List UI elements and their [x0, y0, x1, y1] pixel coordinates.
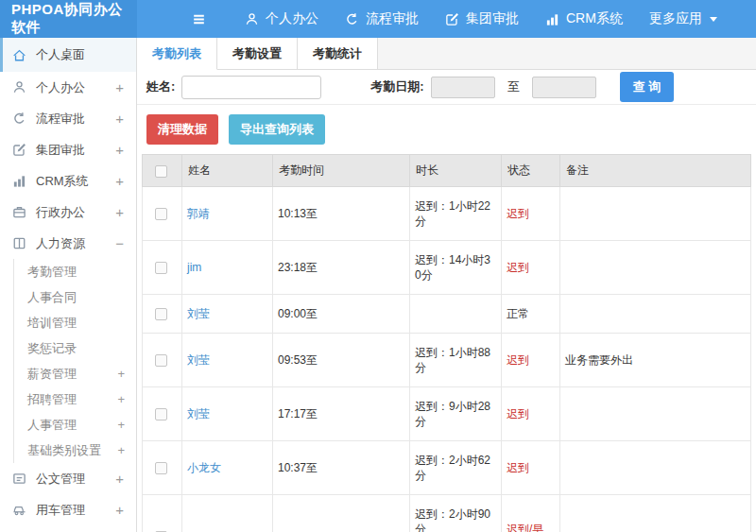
sidebar-subitem-label: 奖惩记录 — [27, 340, 77, 357]
sidebar-item-vehicle-management[interactable]: 用车管理+ — [0, 494, 136, 525]
export-list-button[interactable]: 导出查询列表 — [229, 114, 325, 145]
top-nav-label: 更多应用 — [649, 10, 702, 27]
sidebar-item-document-management[interactable]: 公文管理+ — [0, 463, 136, 494]
expand-icon[interactable]: + — [117, 368, 125, 380]
home-icon — [12, 48, 27, 62]
remark-cell — [560, 295, 751, 334]
top-nav-label: CRM系统 — [566, 10, 623, 27]
top-nav-item-personal-office[interactable]: 个人办公 — [232, 0, 332, 38]
select-all-checkbox[interactable] — [155, 165, 167, 178]
row-select-cell — [143, 441, 182, 495]
name-link[interactable]: 小龙女 — [187, 461, 221, 474]
expand-icon[interactable]: + — [117, 393, 125, 405]
expand-icon[interactable]: + — [115, 205, 124, 219]
tab-attendance-list[interactable]: 考勤列表 — [137, 38, 217, 70]
name-link[interactable]: 刘莹 — [187, 353, 210, 367]
name-link[interactable]: 刘莹 — [187, 307, 210, 320]
sidebar-subitem-hr-contract[interactable]: 人事合同 — [14, 284, 136, 310]
sidebar-subitem-reward-punishment-record[interactable]: 奖惩记录 — [14, 335, 136, 361]
row-select-cell — [143, 241, 182, 295]
table-row: 刘莹09:53至迟到：1小时88分迟到业务需要外出 — [143, 334, 751, 387]
expand-icon[interactable]: + — [115, 80, 124, 94]
tab-attendance-stats[interactable]: 考勤统计 — [298, 38, 378, 70]
expand-icon[interactable]: + — [115, 472, 124, 486]
sidebar-item-label: 公文管理 — [36, 471, 85, 488]
tab-bar: 考勤列表考勤设置考勤统计 — [137, 38, 756, 70]
sidebar-item-human-resources[interactable]: 人力资源− — [0, 228, 136, 259]
sidebar-item-label: 用车管理 — [36, 502, 85, 519]
menu-toggle-icon[interactable] — [186, 0, 211, 38]
tab-attendance-settings[interactable]: 考勤设置 — [217, 38, 298, 70]
duration-line: 迟到：2小时90分 — [415, 506, 496, 532]
name-cell: jim — [182, 241, 273, 295]
name-link[interactable]: 郭靖 — [187, 207, 210, 220]
clean-data-button[interactable]: 清理数据 — [146, 114, 218, 145]
name-cell: 小龙女 — [182, 441, 273, 495]
date-to-input[interactable] — [532, 77, 596, 98]
duration-cell: 迟到：9小时28分 — [410, 387, 502, 441]
status-cell: 迟到 — [502, 187, 560, 241]
sidebar-subitem-training-management[interactable]: 培训管理 — [14, 310, 136, 335]
time-cell: 09:53至 — [273, 334, 410, 387]
briefcase-icon — [12, 205, 27, 219]
search-button[interactable]: 查 询 — [620, 72, 675, 102]
chart-icon — [12, 174, 27, 188]
expand-icon[interactable]: + — [117, 444, 125, 456]
remark-cell — [560, 387, 751, 441]
row-checkbox[interactable] — [155, 308, 167, 320]
user-icon — [12, 80, 27, 94]
sidebar-item-group-approval[interactable]: 集团审批+ — [0, 134, 136, 165]
sidebar-item-personal-office[interactable]: 个人办公+ — [0, 72, 136, 103]
top-nav-item-crm-system[interactable]: CRM系统 — [532, 0, 636, 38]
row-checkbox[interactable] — [155, 462, 167, 474]
row-checkbox[interactable] — [155, 354, 167, 367]
row-checkbox[interactable] — [155, 208, 167, 220]
row-select-cell — [143, 495, 182, 532]
process-icon — [12, 112, 27, 126]
expand-icon[interactable]: + — [115, 503, 124, 517]
table-row: 小龙女10:37至迟到：2小时62分迟到 — [143, 441, 751, 495]
name-input[interactable] — [181, 76, 321, 99]
sidebar-subitem-attendance-management[interactable]: 考勤管理 — [14, 259, 136, 284]
sidebar-subitem-label: 基础类别设置 — [27, 442, 101, 459]
sidebar-item-label: 行政办公 — [36, 204, 85, 221]
sidebar-item-admin-office[interactable]: 行政办公+ — [0, 197, 136, 228]
sidebar-subitem-label: 招聘管理 — [27, 391, 77, 408]
row-checkbox[interactable] — [155, 408, 167, 420]
col-remark: 备注 — [560, 155, 751, 187]
time-cell: 17:17至 — [273, 387, 410, 441]
top-nav-item-group-approval[interactable]: 集团审批 — [432, 0, 532, 38]
remark-cell — [560, 241, 751, 295]
status-cell: 迟到/早退 — [502, 495, 560, 532]
sidebar-subitem-recruitment-management[interactable]: 招聘管理+ — [14, 386, 136, 412]
table-row: 郭靖10:13至迟到：1小时22分迟到 — [143, 187, 751, 241]
table-row: jim23:18至迟到：14小时30分迟到 — [143, 241, 751, 295]
row-select-cell — [143, 295, 182, 334]
row-checkbox[interactable] — [155, 262, 167, 274]
sidebar-item-workflow-approval[interactable]: 流程审批+ — [0, 103, 136, 134]
sidebar-item-personal-desktop[interactable]: 个人桌面 — [0, 38, 136, 72]
sidebar-item-crm-system[interactable]: CRM系统+ — [0, 165, 136, 197]
name-link[interactable]: 刘莹 — [187, 407, 210, 420]
expand-icon[interactable]: + — [115, 112, 124, 126]
expand-icon[interactable]: + — [115, 143, 124, 157]
expand-icon[interactable]: + — [115, 174, 124, 188]
top-nav-label: 流程审批 — [366, 10, 419, 27]
col-duration: 时长 — [410, 155, 502, 187]
sidebar-subitem-personnel-management[interactable]: 人事管理+ — [14, 412, 136, 438]
sidebar-item-label: 流程审批 — [36, 111, 85, 128]
name-link[interactable]: jim — [187, 261, 201, 274]
sidebar-subitem-basic-category-settings[interactable]: 基础类别设置+ — [14, 438, 136, 463]
sidebar-subitem-label: 考勤管理 — [27, 264, 77, 281]
expand-icon[interactable]: − — [115, 236, 124, 250]
sidebar-item-label: 个人桌面 — [36, 46, 85, 63]
duration-line: 迟到：1小时22分 — [415, 198, 496, 229]
date-from-input[interactable] — [431, 77, 495, 98]
expand-icon[interactable]: + — [117, 419, 125, 431]
sidebar-subitem-salary-management[interactable]: 薪资管理+ — [14, 361, 136, 386]
status-cell: 迟到 — [502, 387, 560, 441]
top-nav-item-workflow-approval[interactable]: 流程审批 — [332, 0, 432, 38]
attendance-table: 姓名 考勤时间 时长 状态 备注 郭靖10:13至迟到：1小时22分迟到jim2… — [142, 154, 751, 532]
top-nav-label: 集团审批 — [466, 10, 519, 27]
top-nav-item-more-apps[interactable]: 更多应用 — [636, 0, 730, 38]
